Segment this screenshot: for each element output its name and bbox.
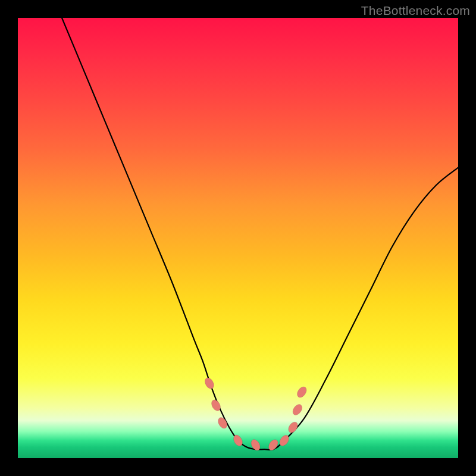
svg-point-9: [295, 385, 308, 399]
bottleneck-curve-path: [62, 18, 458, 450]
svg-point-0: [203, 376, 215, 390]
watermark-text: TheBottleneck.com: [361, 4, 470, 18]
marker-dot: [203, 376, 215, 390]
bottleneck-chart: [18, 18, 458, 458]
plot-area: [18, 18, 458, 458]
marker-group: [203, 376, 308, 452]
svg-point-8: [291, 403, 304, 417]
chart-frame: TheBottleneck.com: [0, 0, 476, 476]
marker-dot: [295, 385, 308, 399]
marker-dot: [291, 403, 304, 417]
